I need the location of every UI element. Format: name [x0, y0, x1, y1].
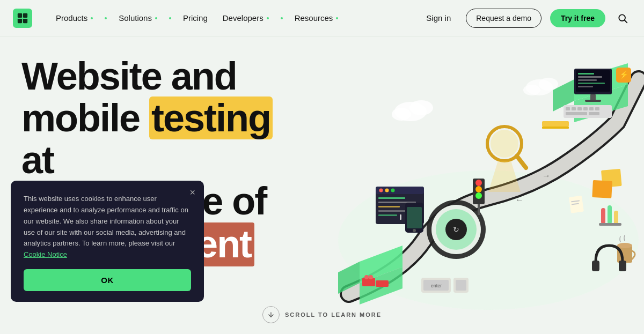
cookie-notice-link[interactable]: Cookie Notice: [24, 250, 67, 258]
svg-rect-33: [595, 107, 599, 110]
resources-dot: [336, 17, 338, 19]
signin-button[interactable]: Sign in: [420, 9, 457, 27]
developers-dot: [267, 17, 269, 19]
nav-sep-3: [281, 17, 283, 19]
svg-point-50: [391, 189, 395, 192]
svg-rect-22: [578, 79, 597, 81]
svg-rect-0: [18, 13, 22, 17]
iso-illustration: ↻: [322, 36, 644, 334]
svg-point-61: [617, 243, 632, 248]
svg-rect-45: [478, 204, 480, 215]
navbar: Products Solutions Pricing Developers Re…: [0, 0, 644, 36]
svg-rect-2: [18, 18, 22, 23]
svg-rect-78: [608, 205, 612, 224]
svg-point-83: [392, 108, 411, 121]
svg-point-59: [413, 229, 416, 232]
scroll-circle: [262, 306, 280, 323]
svg-rect-55: [378, 214, 397, 216]
svg-rect-89: [542, 121, 569, 127]
svg-rect-30: [577, 107, 582, 110]
svg-text:enter: enter: [431, 283, 442, 288]
search-button[interactable]: [614, 10, 631, 27]
svg-rect-21: [578, 76, 602, 78]
svg-rect-68: [456, 280, 466, 291]
svg-rect-1: [23, 13, 27, 17]
svg-point-73: [369, 275, 373, 279]
svg-rect-35: [589, 112, 599, 115]
products-dot: [91, 17, 93, 19]
svg-rect-76: [592, 180, 612, 198]
nav-solutions[interactable]: Solutions: [112, 9, 164, 27]
svg-point-48: [379, 189, 383, 192]
svg-point-86: [523, 85, 540, 95]
solutions-dot: [155, 17, 157, 19]
arrow-down-icon: [267, 311, 275, 318]
svg-rect-51: [378, 197, 405, 199]
nav-products[interactable]: Products: [49, 9, 99, 27]
nav-links: Products Solutions Pricing Developers Re…: [49, 9, 420, 27]
svg-rect-32: [589, 107, 594, 110]
svg-point-37: [491, 130, 518, 158]
nav-sep-1: [105, 17, 107, 19]
svg-rect-80: [599, 223, 621, 226]
cookie-close-button[interactable]: ×: [189, 187, 195, 198]
svg-rect-3: [23, 18, 27, 23]
svg-rect-56: [400, 214, 401, 220]
hero-illustration: ↻: [322, 36, 644, 334]
nav-right: Sign in Request a demo Try it free: [420, 9, 631, 28]
svg-rect-23: [578, 83, 605, 84]
svg-rect-29: [572, 107, 576, 110]
nav-developers[interactable]: Developers: [216, 9, 275, 27]
svg-text:↻: ↻: [453, 225, 459, 234]
svg-point-82: [409, 100, 433, 115]
nav-pricing[interactable]: Pricing: [177, 9, 214, 27]
cookie-banner: × This website uses cookies to enhance u…: [11, 181, 204, 302]
svg-marker-39: [488, 161, 521, 192]
svg-point-43: [475, 186, 482, 192]
scroll-label: SCROLL TO LEARN MORE: [285, 311, 382, 318]
svg-text:→: →: [542, 171, 551, 180]
cookie-ok-button[interactable]: OK: [24, 269, 191, 291]
svg-rect-20: [578, 73, 594, 75]
svg-rect-27: [564, 105, 612, 118]
svg-rect-34: [566, 112, 587, 115]
try-free-button[interactable]: Try it free: [550, 9, 605, 27]
svg-point-72: [364, 275, 369, 279]
svg-point-44: [475, 192, 482, 199]
svg-rect-58: [407, 207, 422, 228]
svg-rect-24: [578, 86, 593, 87]
svg-rect-26: [585, 100, 601, 102]
svg-rect-28: [566, 107, 570, 110]
nav-sep-2: [169, 17, 171, 19]
logo[interactable]: [13, 9, 32, 28]
svg-line-38: [517, 156, 526, 168]
svg-rect-77: [601, 208, 605, 224]
svg-rect-91: [569, 196, 584, 213]
request-demo-button[interactable]: Request a demo: [466, 9, 541, 28]
svg-rect-74: [376, 280, 389, 287]
svg-text:←: ←: [515, 195, 524, 204]
svg-rect-62: [592, 261, 599, 271]
svg-point-49: [385, 189, 389, 192]
hero-section: Website and mobile testing at every stag…: [0, 36, 644, 334]
svg-point-42: [475, 180, 482, 186]
scroll-indicator[interactable]: SCROLL TO LEARN MORE: [262, 306, 382, 323]
svg-rect-31: [583, 107, 588, 110]
svg-text:⚡: ⚡: [619, 70, 629, 79]
svg-rect-90: [542, 127, 569, 129]
testing-highlight: testing: [149, 97, 273, 139]
svg-rect-71: [362, 278, 375, 286]
search-icon: [617, 13, 628, 24]
cookie-body-text: This website uses cookies to enhance use…: [24, 194, 191, 261]
svg-line-5: [625, 20, 627, 23]
nav-resources[interactable]: Resources: [288, 9, 345, 27]
svg-rect-53: [378, 206, 400, 207]
svg-point-85: [539, 78, 558, 91]
svg-rect-63: [619, 261, 626, 271]
